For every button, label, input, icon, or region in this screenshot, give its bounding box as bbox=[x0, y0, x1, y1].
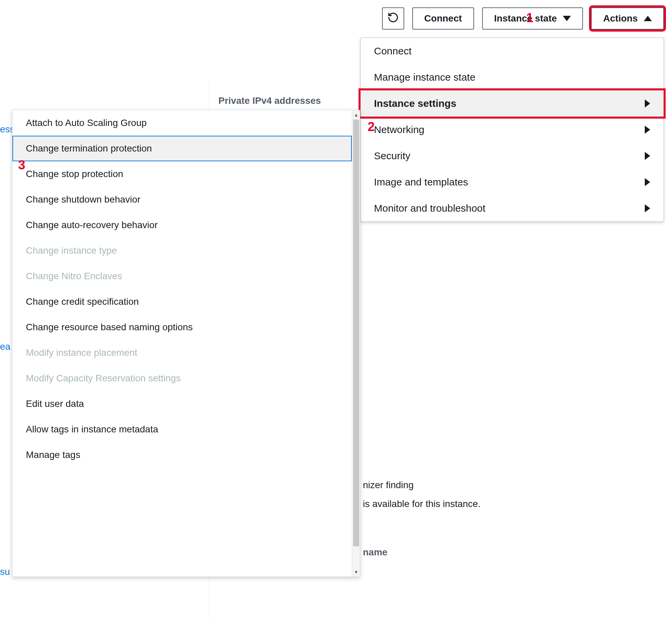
submenu-item-label: Modify Capacity Reservation settings bbox=[26, 373, 181, 383]
submenu-item-change-rbn[interactable]: Change resource based naming options bbox=[13, 314, 352, 340]
submenu-item-label: Change instance type bbox=[26, 245, 117, 256]
caret-right-icon bbox=[645, 204, 650, 212]
menu-item-security[interactable]: Security bbox=[361, 143, 664, 169]
submenu-item-change-stop-protection[interactable]: Change stop protection bbox=[13, 161, 352, 187]
scrollbar-thumb[interactable] bbox=[353, 120, 359, 546]
menu-item-label: Manage instance state bbox=[374, 72, 475, 83]
scroll-down-icon: ▾ bbox=[355, 569, 358, 575]
submenu-item-label: Change resource based naming options bbox=[26, 322, 193, 332]
submenu-item-modify-capacity-reservation: Modify Capacity Reservation settings bbox=[13, 366, 352, 391]
submenu-item-change-instance-type: Change instance type bbox=[13, 238, 352, 263]
submenu-item-change-termination-protection[interactable]: Change termination protection bbox=[13, 136, 352, 161]
submenu-item-label: Attach to Auto Scaling Group bbox=[26, 117, 147, 128]
submenu-list: Attach to Auto Scaling Group Change term… bbox=[13, 110, 352, 577]
annotation-3: 3 bbox=[18, 158, 25, 172]
caret-right-icon bbox=[645, 178, 650, 186]
caret-right-icon bbox=[645, 99, 650, 108]
bg-finding-2: is available for this instance. bbox=[363, 498, 480, 509]
annotation-1: 1 bbox=[526, 11, 533, 25]
submenu-item-label: Change credit specification bbox=[26, 296, 139, 307]
menu-item-label: Connect bbox=[374, 46, 412, 57]
refresh-icon bbox=[387, 12, 399, 25]
actions-label: Actions bbox=[603, 13, 638, 24]
scroll-up-icon: ▴ bbox=[355, 111, 358, 118]
menu-item-label: Networking bbox=[374, 124, 424, 135]
menu-item-manage-instance-state[interactable]: Manage instance state bbox=[361, 64, 664, 90]
left-edge-fragment-3: su bbox=[0, 566, 10, 577]
submenu-item-label: Edit user data bbox=[26, 398, 84, 409]
submenu-item-label: Change stop protection bbox=[26, 169, 123, 179]
caret-up-icon bbox=[644, 16, 652, 21]
submenu-item-label: Change shutdown behavior bbox=[26, 194, 141, 205]
left-edge-fragment-2: ea bbox=[0, 341, 11, 352]
submenu-item-label: Change auto-recovery behavior bbox=[26, 220, 158, 230]
submenu-item-label: Change termination protection bbox=[26, 143, 152, 153]
submenu-item-modify-instance-placement: Modify instance placement bbox=[13, 340, 352, 366]
caret-down-icon bbox=[563, 16, 571, 21]
instance-state-label: Instance state bbox=[494, 13, 557, 24]
submenu-item-attach-asg[interactable]: Attach to Auto Scaling Group bbox=[13, 110, 352, 136]
menu-item-image-templates[interactable]: Image and templates bbox=[361, 169, 664, 195]
menu-item-label: Image and templates bbox=[374, 176, 468, 188]
refresh-button[interactable] bbox=[382, 7, 404, 30]
submenu-item-label: Modify instance placement bbox=[26, 347, 138, 358]
menu-item-connect[interactable]: Connect bbox=[361, 38, 664, 64]
menu-item-label: Security bbox=[374, 150, 410, 162]
submenu-scrollbar[interactable]: ▴ ▾ bbox=[352, 110, 360, 577]
submenu-item-label: Allow tags in instance metadata bbox=[26, 424, 158, 434]
submenu-item-edit-user-data[interactable]: Edit user data bbox=[13, 391, 352, 417]
submenu-item-label: Manage tags bbox=[26, 450, 80, 460]
menu-item-label: Monitor and troubleshoot bbox=[374, 203, 486, 214]
submenu-item-change-credit-specification[interactable]: Change credit specification bbox=[13, 289, 352, 314]
private-ipv4-label: Private IPv4 addresses bbox=[218, 95, 321, 106]
menu-item-networking[interactable]: Networking bbox=[361, 116, 664, 143]
menu-item-instance-settings[interactable]: Instance settings bbox=[361, 90, 664, 116]
toolbar: Connect Instance state Actions bbox=[382, 7, 664, 30]
submenu-item-change-shutdown-behavior[interactable]: Change shutdown behavior bbox=[13, 187, 352, 212]
connect-button[interactable]: Connect bbox=[412, 7, 474, 30]
submenu-item-change-nitro-enclaves: Change Nitro Enclaves bbox=[13, 263, 352, 289]
menu-item-monitor-troubleshoot[interactable]: Monitor and troubleshoot bbox=[361, 195, 664, 221]
submenu-item-manage-tags[interactable]: Manage tags bbox=[13, 442, 352, 468]
caret-right-icon bbox=[645, 152, 650, 160]
actions-menu: Connect Manage instance state Instance s… bbox=[360, 38, 664, 222]
bg-name-label: name bbox=[363, 547, 387, 558]
menu-item-label: Instance settings bbox=[374, 98, 456, 109]
connect-button-label: Connect bbox=[424, 13, 462, 24]
submenu-item-label: Change Nitro Enclaves bbox=[26, 271, 122, 281]
submenu-item-change-auto-recovery[interactable]: Change auto-recovery behavior bbox=[13, 212, 352, 238]
actions-button[interactable]: Actions bbox=[591, 7, 664, 30]
instance-settings-submenu: Attach to Auto Scaling Group Change term… bbox=[12, 110, 360, 577]
caret-right-icon bbox=[645, 126, 650, 134]
annotation-2: 2 bbox=[368, 120, 375, 134]
submenu-item-allow-tags-metadata[interactable]: Allow tags in instance metadata bbox=[13, 417, 352, 442]
bg-finding-1: nizer finding bbox=[363, 480, 414, 491]
